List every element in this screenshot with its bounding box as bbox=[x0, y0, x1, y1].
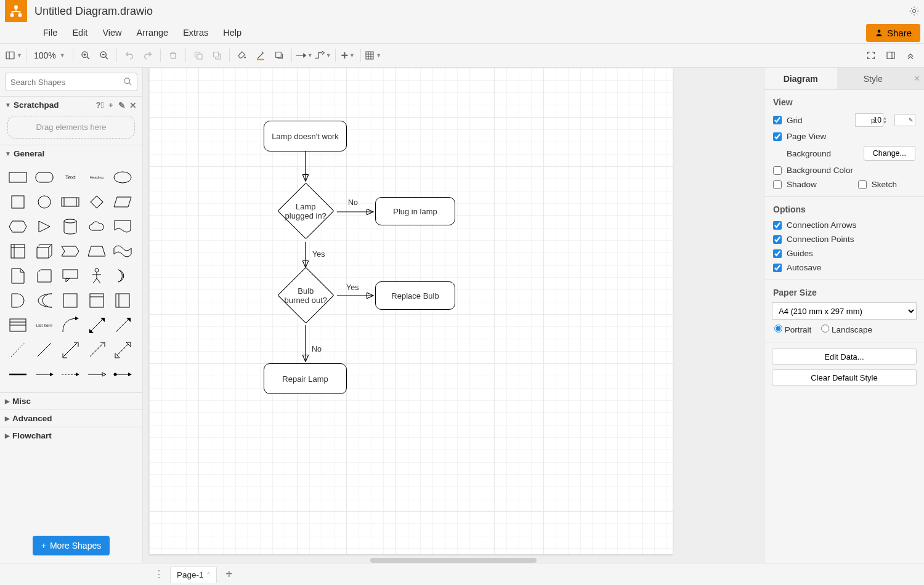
shape-bidirectional-arrow[interactable] bbox=[85, 313, 108, 337]
menu-help[interactable]: Help bbox=[217, 25, 248, 40]
paper-size-select[interactable]: A4 (210 mm x 297 mm) bbox=[772, 302, 917, 320]
help-icon[interactable]: ?⃝ bbox=[95, 101, 104, 110]
flowchart-node-plug-in[interactable]: Plug in lamp bbox=[375, 197, 455, 225]
add-icon[interactable]: + bbox=[107, 101, 115, 110]
zoom-select[interactable]: 100%▼ bbox=[30, 47, 69, 64]
theme-toggle-icon[interactable] bbox=[909, 6, 919, 16]
zoom-out-button[interactable] bbox=[95, 47, 113, 64]
canvas-page[interactable]: Lamp doesn't work Lamp plugged in? No Pl… bbox=[149, 68, 673, 554]
shape-note[interactable] bbox=[6, 264, 30, 288]
flowchart-node-decision-plugged[interactable]: Lamp plugged in? bbox=[278, 183, 334, 240]
edit-icon[interactable]: ✎ bbox=[118, 101, 126, 110]
shape-container-v[interactable] bbox=[111, 289, 134, 312]
zoom-in-button[interactable] bbox=[77, 47, 94, 64]
grid-checkbox[interactable] bbox=[773, 116, 782, 124]
page-tab[interactable]: Page-1 ^ bbox=[170, 566, 217, 583]
to-front-button[interactable] bbox=[190, 47, 207, 64]
grid-label[interactable]: Grid bbox=[787, 116, 803, 125]
shape-link-arrow[interactable] bbox=[33, 363, 56, 386]
shape-curve[interactable] bbox=[59, 313, 82, 337]
shape-container[interactable] bbox=[85, 289, 108, 312]
undo-button[interactable] bbox=[121, 47, 138, 64]
shape-list[interactable] bbox=[6, 313, 30, 337]
sidebar-toggle-button[interactable]: ▼ bbox=[5, 47, 22, 64]
edge-label-yes[interactable]: Yes bbox=[312, 250, 325, 259]
close-panel-button[interactable]: ✕ bbox=[909, 68, 924, 89]
shape-cylinder[interactable] bbox=[59, 215, 82, 238]
horizontal-scrollbar[interactable] bbox=[370, 558, 537, 563]
shape-circle[interactable] bbox=[33, 190, 56, 214]
change-background-button[interactable]: Change... bbox=[864, 146, 915, 161]
line-color-button[interactable] bbox=[252, 47, 269, 64]
grid-color-button[interactable]: ✎ bbox=[894, 114, 915, 126]
shape-cloud[interactable] bbox=[85, 215, 108, 238]
shape-diamond[interactable] bbox=[85, 190, 108, 214]
shape-text[interactable]: Text bbox=[59, 166, 82, 189]
background-color-label[interactable]: Background Color bbox=[787, 166, 853, 175]
edge-label-yes2[interactable]: Yes bbox=[346, 283, 359, 292]
shape-data-storage[interactable] bbox=[59, 289, 82, 312]
menu-edit[interactable]: Edit bbox=[66, 25, 94, 40]
section-general[interactable]: ▼ General bbox=[0, 145, 142, 162]
shape-step[interactable] bbox=[59, 240, 82, 263]
fullscreen-button[interactable] bbox=[862, 47, 880, 64]
document-title[interactable]: Untitled Diagram.drawio bbox=[34, 5, 909, 18]
shape-callout[interactable] bbox=[59, 264, 82, 288]
delete-button[interactable] bbox=[164, 47, 182, 64]
page-menu-button[interactable]: ⋮ bbox=[153, 568, 165, 580]
edge-label-no2[interactable]: No bbox=[312, 345, 322, 353]
shape-link-open-arrow[interactable] bbox=[85, 363, 108, 386]
more-shapes-button[interactable]: + More Shapes bbox=[33, 536, 110, 555]
format-panel-toggle-button[interactable] bbox=[882, 47, 899, 64]
shape-tape[interactable] bbox=[111, 240, 134, 263]
shape-or[interactable] bbox=[6, 289, 30, 312]
edge-label-no[interactable]: No bbox=[348, 198, 358, 207]
sketch-label[interactable]: Sketch bbox=[872, 180, 897, 189]
shape-card[interactable] bbox=[33, 264, 56, 288]
shape-parallelogram[interactable] bbox=[111, 190, 134, 214]
shape-internal-storage[interactable] bbox=[6, 240, 30, 263]
shape-link-solid[interactable] bbox=[6, 363, 30, 386]
menu-view[interactable]: View bbox=[96, 25, 128, 40]
shape-and[interactable] bbox=[33, 289, 56, 312]
collapse-toolbar-button[interactable] bbox=[902, 47, 919, 64]
flowchart-node-start[interactable]: Lamp doesn't work bbox=[264, 121, 347, 151]
shape-process[interactable] bbox=[59, 190, 82, 214]
section-misc[interactable]: ▶ Misc bbox=[0, 392, 142, 410]
add-page-button[interactable]: + bbox=[222, 567, 237, 581]
shape-list-item[interactable]: List Item bbox=[33, 313, 56, 337]
redo-button[interactable] bbox=[139, 47, 156, 64]
shape-ellipse[interactable] bbox=[111, 166, 134, 189]
tab-style[interactable]: Style bbox=[837, 68, 910, 89]
stepper-up-icon[interactable]: ▲ bbox=[883, 116, 887, 120]
section-flowchart[interactable]: ▶ Flowchart bbox=[0, 427, 142, 444]
shape-square[interactable] bbox=[6, 190, 30, 214]
landscape-radio[interactable]: Landscape bbox=[821, 325, 872, 334]
stepper-down-icon[interactable]: ▼ bbox=[883, 120, 887, 124]
shadow-checkbox[interactable] bbox=[773, 180, 782, 189]
shape-thin-bidir-arrow[interactable] bbox=[59, 338, 82, 361]
share-button[interactable]: Share bbox=[866, 24, 920, 42]
shape-moon[interactable] bbox=[111, 264, 134, 288]
shape-link-dash-arrow[interactable] bbox=[59, 363, 82, 386]
shape-line[interactable] bbox=[33, 338, 56, 361]
shape-hexagon[interactable] bbox=[6, 215, 30, 238]
shape-rounded-rectangle[interactable] bbox=[33, 166, 56, 189]
section-advanced[interactable]: ▶ Advanced bbox=[0, 410, 142, 427]
menu-extras[interactable]: Extras bbox=[177, 25, 214, 40]
shape-thin-arrow[interactable] bbox=[85, 338, 108, 361]
shape-cube[interactable] bbox=[33, 240, 56, 263]
close-icon[interactable]: ✕ bbox=[129, 101, 137, 110]
menu-file[interactable]: File bbox=[37, 25, 63, 40]
to-back-button[interactable] bbox=[208, 47, 225, 64]
shape-open-bidir-arrow[interactable] bbox=[111, 338, 134, 361]
scratchpad-dropzone[interactable]: Drag elements here bbox=[7, 116, 135, 139]
shape-triangle[interactable] bbox=[33, 215, 56, 238]
fill-color-button[interactable] bbox=[233, 47, 251, 64]
shape-trapezoid[interactable] bbox=[85, 240, 108, 263]
connection-style-button[interactable]: ▼ bbox=[296, 47, 313, 64]
canvas[interactable]: Lamp doesn't work Lamp plugged in? No Pl… bbox=[143, 68, 764, 563]
shape-document[interactable] bbox=[111, 215, 134, 238]
insert-button[interactable]: +▼ bbox=[339, 47, 357, 64]
background-color-checkbox[interactable] bbox=[773, 166, 782, 175]
